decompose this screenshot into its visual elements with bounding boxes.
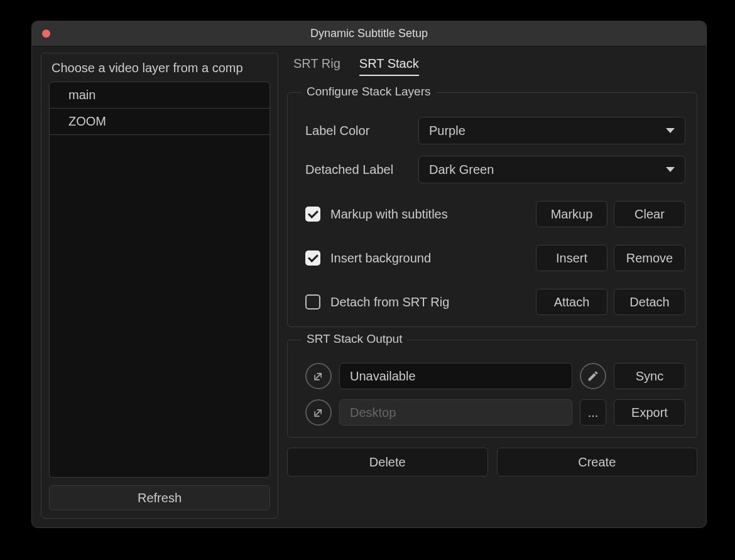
label-color-select[interactable]: Purple bbox=[418, 117, 685, 144]
markup-button[interactable]: Markup bbox=[536, 201, 607, 227]
insert-bg-label: Insert background bbox=[330, 251, 431, 266]
insert-bg-checkbox[interactable] bbox=[305, 250, 320, 266]
left-panel-title: Choose a video layer from a comp bbox=[52, 61, 270, 75]
configure-group-title: Configure Stack Layers bbox=[302, 85, 436, 99]
layer-list: main ZOOM bbox=[49, 82, 270, 478]
remove-button[interactable]: Remove bbox=[614, 245, 685, 271]
content: Choose a video layer from a comp main ZO… bbox=[32, 46, 706, 527]
label-color-value: Purple bbox=[429, 124, 466, 138]
chevron-down-icon bbox=[666, 167, 675, 172]
markup-checkbox[interactable] bbox=[305, 207, 320, 222]
markup-label: Markup with subtitles bbox=[330, 207, 448, 222]
window: Dynamic Subtitle Setup Choose a video la… bbox=[31, 21, 707, 528]
output-path-2: Desktop bbox=[339, 399, 572, 426]
detached-label-select[interactable]: Dark Green bbox=[418, 156, 685, 183]
chevron-down-icon bbox=[666, 128, 675, 133]
output-group: SRT Stack Output Unavailable bbox=[287, 340, 697, 438]
detached-label-value: Dark Green bbox=[429, 163, 494, 177]
detach-checkbox[interactable] bbox=[305, 294, 320, 310]
list-item[interactable]: main bbox=[50, 82, 270, 109]
delete-button[interactable]: Delete bbox=[287, 448, 488, 477]
edit-icon[interactable] bbox=[580, 363, 606, 389]
list-item[interactable]: ZOOM bbox=[50, 109, 270, 135]
close-icon[interactable] bbox=[42, 30, 50, 38]
detached-label-label: Detached Label bbox=[305, 163, 418, 177]
configure-group: Configure Stack Layers Label Color Purpl… bbox=[287, 92, 697, 327]
clear-button[interactable]: Clear bbox=[614, 201, 685, 227]
attach-button[interactable]: Attach bbox=[536, 289, 607, 315]
titlebar: Dynamic Subtitle Setup bbox=[32, 21, 706, 46]
tab-srt-stack[interactable]: SRT Stack bbox=[359, 53, 419, 76]
left-panel: Choose a video layer from a comp main ZO… bbox=[41, 53, 278, 519]
insert-button[interactable]: Insert bbox=[536, 245, 607, 271]
browse-button[interactable]: ... bbox=[580, 399, 606, 426]
export-button[interactable]: Export bbox=[614, 399, 685, 426]
detach-button[interactable]: Detach bbox=[614, 289, 685, 315]
output-group-title: SRT Stack Output bbox=[302, 332, 407, 346]
sync-button[interactable]: Sync bbox=[614, 363, 685, 389]
refresh-button[interactable]: Refresh bbox=[49, 485, 270, 510]
reveal-icon[interactable] bbox=[305, 363, 332, 389]
output-path-1: Unavailable bbox=[339, 363, 572, 389]
reveal-icon[interactable] bbox=[305, 399, 332, 426]
window-title: Dynamic Subtitle Setup bbox=[32, 27, 706, 40]
tabs: SRT Rig SRT Stack bbox=[287, 53, 697, 76]
label-color-label: Label Color bbox=[305, 124, 418, 138]
right-panel: SRT Rig SRT Stack Configure Stack Layers… bbox=[287, 53, 697, 519]
tab-srt-rig[interactable]: SRT Rig bbox=[293, 53, 340, 76]
detach-label: Detach from SRT Rig bbox=[330, 295, 449, 310]
create-button[interactable]: Create bbox=[497, 448, 698, 477]
